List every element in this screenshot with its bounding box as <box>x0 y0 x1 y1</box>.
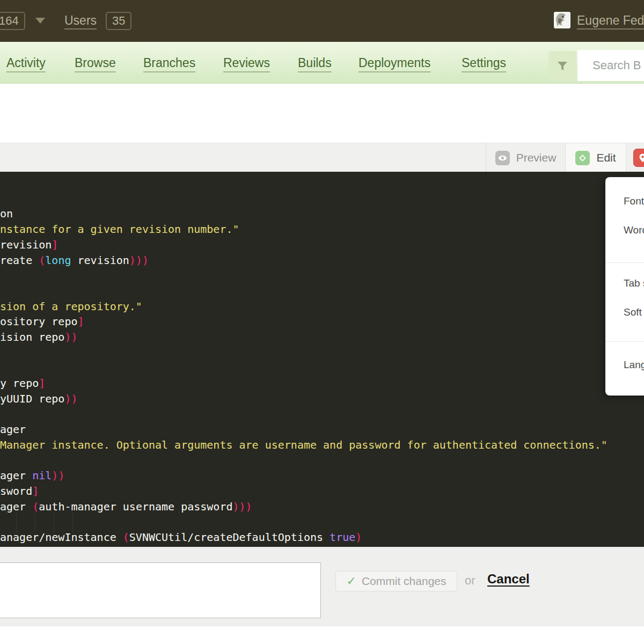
code-token: revision <box>71 254 129 267</box>
current-user-link[interactable]: Eugene Fed <box>577 13 644 28</box>
code-line: Manager instance. Optional arguments are… <box>0 437 644 453</box>
code-line <box>0 514 644 530</box>
code-token: long <box>45 254 71 267</box>
code-line: ager <box>0 422 644 437</box>
search-input[interactable] <box>577 50 644 81</box>
avatar-image <box>554 12 570 28</box>
tab-browse[interactable]: Browse <box>75 56 116 70</box>
code-token: ] <box>39 377 45 390</box>
menu-item-soft-wrap[interactable]: Soft <box>605 298 644 327</box>
code-line <box>0 360 644 376</box>
tab-activity[interactable]: Activity <box>6 56 46 70</box>
code-token: )) <box>64 392 77 405</box>
code-line <box>0 283 644 299</box>
or-label: or <box>465 574 475 588</box>
code-token: true <box>330 531 355 544</box>
code-token: ] <box>52 238 58 251</box>
indent-guide <box>54 513 54 532</box>
code-token: nstance for a given revision number." <box>0 223 239 236</box>
user-avatar[interactable] <box>554 12 570 28</box>
code-token: yUUID repo <box>0 392 64 405</box>
danger-tab[interactable] <box>626 143 644 172</box>
code-token: ager <box>0 500 32 513</box>
commit-message-input[interactable] <box>0 562 321 618</box>
tab-builds[interactable]: Builds <box>298 56 332 70</box>
indent-guide <box>72 513 73 532</box>
edit-tab[interactable]: Edit <box>565 143 626 172</box>
code-token: Manager instance. Optional arguments are… <box>0 438 608 451</box>
popup-section-language: Lang <box>605 342 644 396</box>
code-diamond-icon <box>575 151 590 165</box>
commit-changes-button[interactable]: ✓ Commit changes <box>335 571 457 591</box>
code-editor[interactable]: onnstance for a given revision number."r… <box>0 172 644 547</box>
code-token: anager/newInstance <box>0 531 123 544</box>
chevron-down-icon[interactable] <box>35 18 45 24</box>
tab-settings[interactable]: Settings <box>462 56 506 70</box>
users-link[interactable]: Users <box>64 13 97 28</box>
cancel-link[interactable]: Cancel <box>487 572 530 587</box>
editor-settings-popup: Font Word Tab s Soft Lang <box>605 177 644 396</box>
code-line: ager (auth-manager username password))) <box>0 499 644 515</box>
commit-footer: ✓ Commit changes or Cancel <box>0 547 644 626</box>
code-token: ager <box>0 423 26 436</box>
revision-badge[interactable]: 164 <box>0 12 25 30</box>
code-token: nil <box>32 469 52 482</box>
code-token: ( <box>39 254 45 267</box>
eye-icon <box>495 151 510 165</box>
code-line: reate (long revision))) <box>0 253 644 268</box>
code-token: y repo <box>0 377 39 390</box>
code-lines: onnstance for a given revision number."r… <box>0 206 644 547</box>
code-token: auth-manager username password <box>39 500 232 513</box>
code-token: ( <box>123 531 129 544</box>
menu-item-font[interactable]: Font <box>605 187 644 216</box>
menu-item-tab-size[interactable]: Tab s <box>605 269 644 298</box>
top-bar: 164 Users 35 Eugene Fed <box>0 0 644 42</box>
indent-guide <box>35 513 35 532</box>
code-line: y repo] <box>0 376 644 391</box>
users-count-badge: 35 <box>106 12 131 30</box>
edit-label: Edit <box>596 151 616 164</box>
main-nav: Activity Browse Branches Reviews Builds … <box>0 42 644 84</box>
checkmark-icon: ✓ <box>347 574 356 588</box>
commit-button-label: Commit changes <box>362 575 447 588</box>
preview-tab[interactable]: Preview <box>486 143 565 172</box>
code-line: anager/newInstance (SVNWCUtil/createDefa… <box>0 530 644 545</box>
filter-button[interactable] <box>548 51 576 81</box>
menu-item-word-wrap[interactable]: Word <box>605 216 644 245</box>
code-token: SVNWCUtil/createDefaultOptions <box>129 531 330 544</box>
code-line: revision] <box>0 237 644 253</box>
code-token: )) <box>52 469 64 482</box>
code-token: ))) <box>233 500 252 513</box>
code-token: ) <box>355 531 362 544</box>
code-line: on <box>0 206 644 222</box>
code-line: ository repo] <box>0 314 644 330</box>
code-token: ] <box>78 315 84 328</box>
popup-section-tabs: Tab s Soft <box>605 263 644 342</box>
tab-branches[interactable]: Branches <box>143 56 195 70</box>
code-line: yUUID repo)) <box>0 391 644 407</box>
code-token: ision repo <box>0 331 64 343</box>
app-window: 164 Users 35 Eugene Fed Activity Browse … <box>0 0 644 644</box>
code-token: ( <box>32 500 39 513</box>
code-line <box>0 345 644 361</box>
map-pin-icon <box>633 149 644 167</box>
tab-deployments[interactable]: Deployments <box>358 56 430 70</box>
menu-item-language[interactable]: Lang <box>605 350 644 379</box>
code-line: ager nil)) <box>0 468 644 484</box>
code-token: ] <box>32 485 39 497</box>
code-token: sword <box>0 485 32 497</box>
tab-reviews[interactable]: Reviews <box>223 56 270 70</box>
code-line: ision repo)) <box>0 330 644 345</box>
code-token: revision <box>0 238 52 251</box>
code-token: ager <box>0 469 32 482</box>
code-token: on <box>0 207 13 220</box>
preview-label: Preview <box>516 151 557 164</box>
code-line <box>0 453 644 469</box>
code-token: sion of a repository." <box>0 300 142 313</box>
code-line <box>0 268 644 283</box>
code-line: nstance for a given revision number." <box>0 222 644 237</box>
editor-toolbar: Preview Edit <box>0 143 644 172</box>
code-token: ))) <box>129 254 149 267</box>
indent-guide <box>16 513 17 532</box>
code-line: sion of a repository." <box>0 299 644 314</box>
